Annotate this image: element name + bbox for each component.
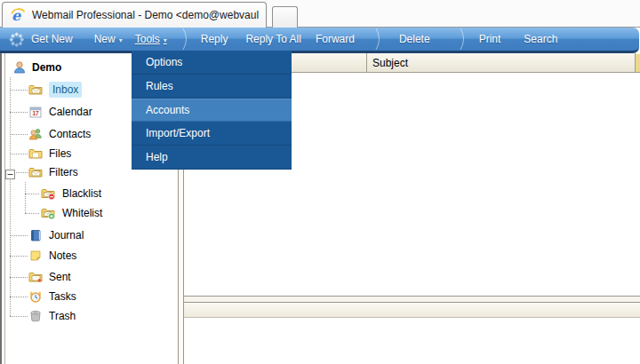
folder-label: Notes <box>49 249 76 262</box>
browser-tab-active[interactable]: e Webmail Professional - Demo <demo@webv… <box>2 2 267 28</box>
toolbar-separator <box>181 28 190 50</box>
reply-to-all-button[interactable]: Reply To All <box>245 33 300 45</box>
menu-item-import-export[interactable]: Import/Export <box>132 122 292 146</box>
browser-tab-bar: e Webmail Professional - Demo <demo@webv… <box>0 0 640 28</box>
user-icon <box>12 60 27 75</box>
preview-pane-body <box>184 318 640 364</box>
chevron-down-icon: ▾ <box>119 36 123 44</box>
blacklist-folder-icon <box>41 186 55 201</box>
chevron-down-icon: ▾ <box>164 36 167 44</box>
collapse-expander-icon[interactable] <box>5 167 15 177</box>
print-button[interactable]: Print <box>479 33 501 45</box>
menu-item-help[interactable]: Help <box>132 146 292 170</box>
sent-folder-icon <box>28 270 43 284</box>
sidebar-item-inbox[interactable]: Inbox <box>5 80 82 99</box>
notes-icon <box>28 249 43 263</box>
sync-spinner-icon <box>9 32 24 47</box>
delete-button[interactable]: Delete <box>399 33 430 45</box>
new-tab-button[interactable] <box>272 6 298 28</box>
tools-button[interactable]: Tools▾ <box>135 33 167 45</box>
calendar-icon: 17 <box>28 105 43 119</box>
tasks-icon <box>28 289 43 304</box>
internet-explorer-icon: e <box>10 7 26 23</box>
svg-text:17: 17 <box>32 110 39 116</box>
menu-item-options[interactable]: Options <box>132 51 292 75</box>
account-name-label: Demo <box>32 61 61 74</box>
sidebar-item-notes[interactable]: Notes <box>5 246 76 265</box>
folder-label: Trash <box>49 310 76 322</box>
menu-item-accounts[interactable]: Accounts <box>132 99 292 122</box>
webmail-app-window: e Webmail Professional - Demo <demo@webv… <box>0 0 640 364</box>
forward-button[interactable]: Forward <box>316 33 355 45</box>
new-button[interactable]: New▾ <box>94 33 123 45</box>
menu-item-rules[interactable]: Rules <box>132 75 292 99</box>
folder-label: Whitelist <box>62 207 102 219</box>
folder-label: Files <box>49 147 71 160</box>
reply-button[interactable]: Reply <box>201 33 228 45</box>
inbox-folder-icon <box>28 83 43 97</box>
toolbar-separator <box>374 28 383 50</box>
folder-label: Tasks <box>49 290 76 303</box>
folder-label: Calendar <box>49 106 92 118</box>
files-folder-icon <box>28 146 43 161</box>
sidebar-item-tasks[interactable]: Tasks <box>5 287 76 306</box>
toolbar-separator <box>459 28 468 50</box>
sidebar-item-account[interactable]: Demo <box>5 58 61 77</box>
sidebar-item-sent[interactable]: Sent <box>5 267 71 287</box>
folder-label: Filters <box>49 166 78 178</box>
sidebar-item-trash[interactable]: Trash <box>5 306 76 326</box>
whitelist-folder-icon <box>41 206 55 220</box>
trash-icon <box>28 309 43 323</box>
column-divider[interactable] <box>366 53 367 73</box>
folder-label: Contacts <box>49 128 91 140</box>
window-left-border <box>0 53 2 364</box>
journal-icon <box>28 228 43 242</box>
tools-dropdown-menu: Options Rules Accounts Import/Export Hel… <box>132 51 292 170</box>
folder-label: Blacklist <box>62 187 101 200</box>
folder-label: Inbox <box>49 82 82 98</box>
sidebar-item-files[interactable]: Files <box>5 144 71 163</box>
sidebar-item-filters[interactable]: Filters <box>5 162 78 182</box>
sidebar-item-contacts[interactable]: Contacts <box>5 124 91 144</box>
sidebar-item-blacklist[interactable]: Blacklist <box>5 184 101 203</box>
tab-title: Webmail Professional - Demo <demo@webvau… <box>32 9 259 21</box>
sidebar-item-journal[interactable]: Journal <box>5 226 84 245</box>
filters-folder-icon <box>28 165 43 179</box>
flag-column-sliver <box>636 54 640 72</box>
search-button[interactable]: Search <box>524 33 557 45</box>
folder-label: Journal <box>49 229 84 241</box>
mail-toolbar: Get New New▾ Tools▾ Reply Reply To All F… <box>0 28 639 53</box>
column-header-subject[interactable]: Subject <box>372 57 408 69</box>
preview-pane-header <box>184 302 640 318</box>
folder-label: Sent <box>49 271 71 283</box>
contacts-icon <box>28 127 43 141</box>
sidebar-item-whitelist[interactable]: Whitelist <box>5 203 102 223</box>
get-new-button[interactable]: Get New <box>31 33 73 45</box>
sidebar-item-calendar[interactable]: 17 Calendar <box>5 102 92 122</box>
